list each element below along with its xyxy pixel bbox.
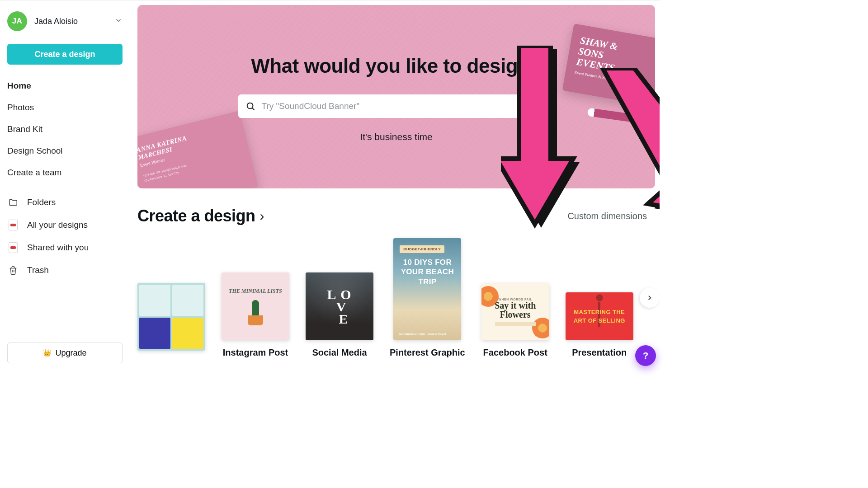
nav-create-team[interactable]: Create a team <box>7 163 123 182</box>
chevron-down-icon <box>114 16 123 26</box>
type-card-facebook[interactable]: WHEN WORDS FAIL Say it with Flowers Face… <box>481 283 549 358</box>
upgrade-button[interactable]: 👑 Upgrade <box>7 343 123 363</box>
crown-icon: 👑 <box>43 349 52 357</box>
help-button[interactable]: ? <box>635 345 656 366</box>
type-card-social[interactable]: L O V E Social Media <box>306 272 373 358</box>
hero-title: What would you like to design? <box>251 55 542 77</box>
type-thumb: THE MINIMAL LISTS <box>222 272 289 340</box>
type-card-presentation[interactable]: MASTERING THE ART OF SELLING Presentatio… <box>566 292 633 358</box>
type-thumb: L O V E <box>306 272 373 340</box>
type-thumb: WHEN WORDS FAIL Say it with Flowers <box>481 283 549 340</box>
nav-label: Shared with you <box>27 243 89 253</box>
main: ANNA KATRINA MARCHESI Event Planner +123… <box>130 0 660 371</box>
type-label: Pinterest Graphic <box>390 347 465 358</box>
search-bar[interactable] <box>238 94 555 118</box>
type-thumb: BUDGET-FRIENDLY 10 DIYS FOR YOUR BEACH T… <box>393 238 461 340</box>
nav-all-designs[interactable]: All your designs <box>7 215 123 235</box>
upgrade-label: Upgrade <box>55 348 86 358</box>
type-label: Social Media <box>312 347 367 358</box>
primary-nav: Home Photos Brand Kit Design School Crea… <box>7 76 123 182</box>
type-thumb: MASTERING THE ART OF SELLING <box>566 292 633 340</box>
type-label: Instagram Post <box>223 347 288 358</box>
type-card-instagram[interactable]: THE MINIMAL LISTS Instagram Post <box>222 272 289 358</box>
folder-icon <box>7 197 19 208</box>
secondary-nav: Folders All your designs Shared with you… <box>7 192 123 281</box>
doc-icon <box>7 242 19 253</box>
section-header: Create a design › Custom dimensions <box>137 206 647 225</box>
svg-point-0 <box>247 103 253 109</box>
nav-label: Folders <box>27 197 56 207</box>
svg-line-1 <box>252 108 254 110</box>
nav-label: Trash <box>27 265 49 275</box>
hero-tagline: It's business time <box>360 131 432 142</box>
nav-home[interactable]: Home <box>7 76 123 95</box>
search-input[interactable] <box>262 101 547 111</box>
chevron-right-icon <box>646 294 654 302</box>
sidebar: JA Jada Aloisio Create a design Home Pho… <box>0 0 130 371</box>
nav-shared[interactable]: Shared with you <box>7 237 123 258</box>
hero-banner: ANNA KATRINA MARCHESI Event Planner +123… <box>137 5 655 188</box>
design-types-row: THE MINIMAL LISTS Instagram Post L O V E… <box>137 238 650 358</box>
nav-folders[interactable]: Folders <box>7 192 123 213</box>
type-thumb <box>137 283 205 351</box>
type-label: Facebook Post <box>483 347 547 358</box>
nav-brand-kit[interactable]: Brand Kit <box>7 120 123 139</box>
account-switcher[interactable]: JA Jada Aloisio <box>7 9 123 35</box>
create-design-button[interactable]: Create a design <box>7 44 123 65</box>
type-card-grid[interactable] <box>137 283 205 358</box>
user-name: Jada Aloisio <box>34 17 107 26</box>
nav-design-school[interactable]: Design School <box>7 141 123 160</box>
section-title: Create a design <box>137 206 255 225</box>
search-icon <box>245 101 255 111</box>
nav-photos[interactable]: Photos <box>7 98 123 117</box>
custom-dimensions-link[interactable]: Custom dimensions <box>567 211 647 221</box>
scroll-next-button[interactable] <box>640 288 660 308</box>
type-card-pinterest[interactable]: BUDGET-FRIENDLY 10 DIYS FOR YOUR BEACH T… <box>390 238 465 358</box>
trash-icon <box>7 264 19 276</box>
nav-label: All your designs <box>27 220 88 230</box>
doc-icon <box>7 219 19 231</box>
type-label: Presentation <box>572 347 627 358</box>
chevron-right-icon[interactable]: › <box>260 209 264 223</box>
nav-trash[interactable]: Trash <box>7 260 123 281</box>
avatar: JA <box>7 11 27 31</box>
